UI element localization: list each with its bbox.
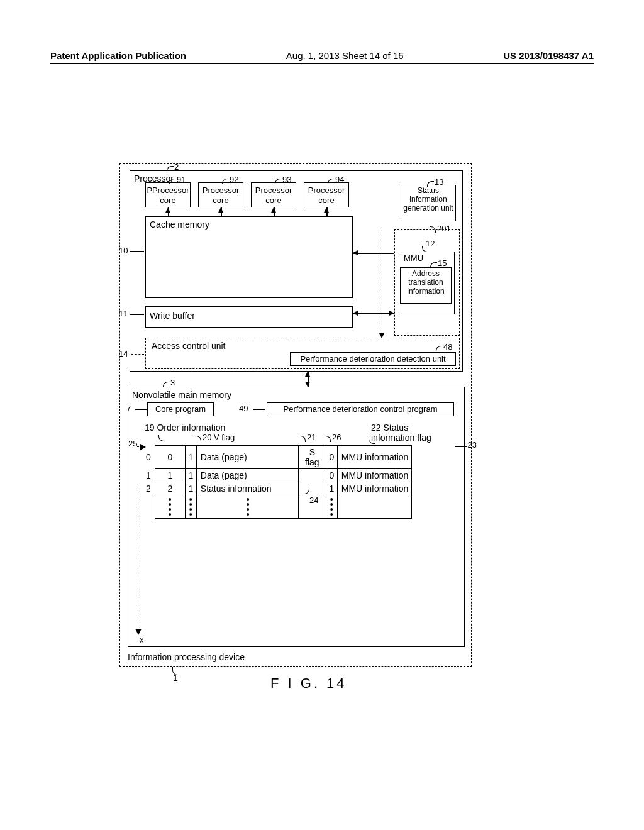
access-control-unit-label: Access control unit	[152, 341, 226, 351]
header-center: Aug. 1, 2013 Sheet 14 of 16	[286, 50, 404, 61]
core-program: Core program	[147, 402, 214, 416]
status-info-flag-label: 22 Statusinformation flag	[371, 423, 431, 443]
table-row: 1 1 1 Data (page) 0 MMU information	[143, 469, 411, 482]
index-axis-arrow	[138, 487, 138, 634]
address-translation-info: Address translation information	[400, 267, 452, 304]
order-info-label: 19 Order information	[145, 423, 225, 433]
ref-11: 11	[119, 309, 128, 318]
ref-3: 3	[170, 378, 175, 387]
processor-core-4: Processorcore	[304, 182, 349, 208]
status-info-gen-unit: Status information generation unit	[401, 185, 456, 221]
ref-48: 48	[443, 342, 452, 351]
ref-7: 7	[126, 404, 131, 413]
processor-core-1: PProcessorcore	[145, 182, 191, 208]
ref-49: 49	[239, 404, 248, 413]
ref-25: 25	[128, 439, 137, 448]
ref-21: 21	[307, 433, 316, 442]
pd-control-program: Performance deterioration control progra…	[267, 402, 454, 416]
ref-15: 15	[438, 258, 447, 268]
table-row-tall: •••• •••• •••• ••••	[143, 495, 411, 519]
nvmm-label: Nonvolatile main memory	[132, 390, 231, 400]
header-left: Patent Application Publication	[50, 50, 186, 61]
ref-26: 26	[332, 433, 341, 442]
ref-10: 10	[119, 246, 128, 255]
x-label: x	[140, 635, 144, 645]
mmu-label: MMU	[404, 253, 423, 263]
ref-1: 1	[173, 673, 178, 683]
vflag-label: 20 V flag	[203, 433, 235, 442]
information-processing-device: 2 Processor 91 92 93 94 PProcessorcore P…	[119, 163, 472, 667]
ref-14: 14	[119, 349, 128, 358]
mmu: MMU 15 Address translation information	[401, 252, 455, 314]
header-right: US 2013/0198437 A1	[503, 50, 594, 61]
performance-deterioration-detection-unit: Performance deterioration detection unit	[290, 352, 456, 366]
processor-box: Processor 91 92 93 94 PProcessorcore Pro…	[130, 170, 463, 372]
diagram: 2 Processor 91 92 93 94 PProcessorcore P…	[119, 163, 472, 692]
ref-23: 23	[468, 440, 477, 450]
write-buffer: Write buffer	[145, 306, 353, 328]
page-header: Patent Application Publication Aug. 1, 2…	[50, 50, 594, 64]
ref-24: 24	[309, 495, 318, 505]
nonvolatile-main-memory: Nonvolatile main memory 7 Core program 4…	[128, 387, 465, 647]
device-label: Information processing device	[128, 652, 245, 662]
memory-table: 0 0 1 Data (page) S flag 0 MMU informati…	[143, 445, 412, 519]
cache-memory: Cache memory	[145, 216, 353, 298]
table-row: 2 2 1 Status information 1 MMU informati…	[143, 482, 411, 495]
table-row: 0 0 1 Data (page) S flag 0 MMU informati…	[143, 446, 411, 469]
processor-core-2: Processorcore	[198, 182, 243, 208]
figure-caption: F I G. 14	[270, 675, 347, 692]
processor-core-3: Processorcore	[251, 182, 296, 208]
